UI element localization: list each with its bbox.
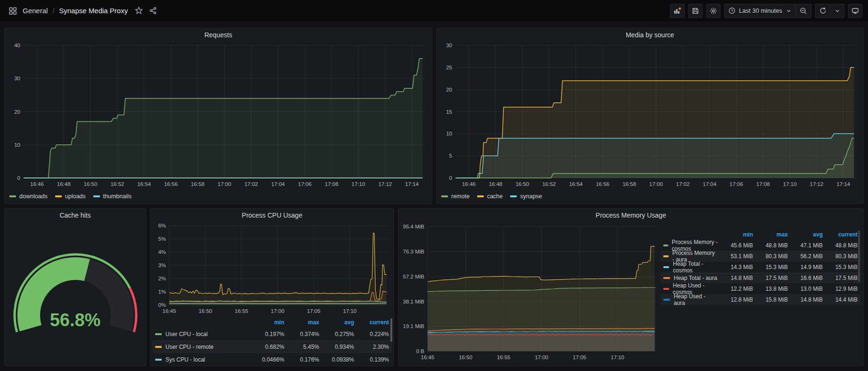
- y-axis-tick-label: 0%: [158, 302, 166, 308]
- series-area-downloads: [24, 59, 422, 178]
- series-toggle-Heap Total - cosmos[interactable]: Heap Total - cosmos: [663, 261, 718, 274]
- legend-value-max: 5.45%: [284, 344, 319, 350]
- series-toggle-Heap Total - aura[interactable]: Heap Total - aura: [663, 275, 718, 281]
- x-axis-tick-label: 17:12: [810, 181, 824, 187]
- legend-value-current: 0.139%: [354, 356, 389, 363]
- legend-value-max: 48.8 MiB: [753, 242, 788, 249]
- panel-process-memory-usage: Process Memory Usage 16:4516:5016:5517:0…: [398, 208, 864, 366]
- x-axis-tick-label: 16:58: [622, 181, 636, 187]
- time-picker-button[interactable]: Last 30 minutes: [725, 4, 795, 17]
- x-axis-tick-label: 17:06: [298, 181, 312, 187]
- legend-value-min: 12.8 MiB: [718, 296, 753, 303]
- legend-column-max[interactable]: max: [753, 231, 788, 238]
- refresh-button[interactable]: [816, 4, 830, 17]
- breadcrumb-folder[interactable]: General: [23, 7, 48, 15]
- breadcrumb-separator: /: [52, 7, 54, 15]
- legend-swatch: [55, 195, 62, 197]
- legend-column-avg[interactable]: avg: [319, 319, 354, 326]
- time-picker-group: Last 30 minutes: [724, 4, 811, 18]
- legend-value-avg: 0.934%: [319, 344, 354, 350]
- star-icon[interactable]: [132, 4, 146, 18]
- requests-chart[interactable]: 16:4616:4816:5016:5216:5416:5616:5817:00…: [5, 42, 432, 190]
- y-axis-tick-label: 2%: [158, 276, 166, 281]
- add-panel-button[interactable]: [670, 4, 685, 18]
- process-memory-chart[interactable]: 16:4516:5016:5517:0017:0517:100 B19.1 Mi…: [398, 222, 661, 363]
- legend-value-max: 13.8 MiB: [753, 286, 788, 292]
- legend-label: synapse: [520, 193, 542, 200]
- share-icon[interactable]: [146, 4, 160, 18]
- legend-value-min: 45.6 MiB: [718, 242, 753, 249]
- legend-value-avg: 47.1 MiB: [788, 242, 823, 249]
- dashboard-settings-button[interactable]: [706, 4, 720, 18]
- legend-table-header: minmaxavgcurrent: [152, 317, 392, 328]
- series-toggle-User CPU - local[interactable]: User CPU - local: [155, 331, 249, 337]
- legend-table-row: Heap Used - aura12.8 MiB15.8 MiB14.8 MiB…: [661, 294, 860, 305]
- legend-column-max[interactable]: max: [284, 319, 319, 326]
- panel-title-requests[interactable]: Requests: [5, 28, 432, 42]
- legend-value-avg: 0.0938%: [319, 356, 354, 363]
- x-axis-tick-label: 17:14: [836, 181, 850, 187]
- panel-title-process-memory-usage[interactable]: Process Memory Usage: [398, 209, 863, 222]
- legend-item-uploads[interactable]: uploads: [55, 193, 86, 200]
- y-axis-tick-label: 3%: [158, 262, 166, 268]
- legend-scrollbar[interactable]: [858, 230, 860, 282]
- x-axis-tick-label: 17:10: [343, 308, 356, 314]
- x-axis-tick-label: 17:04: [271, 181, 285, 187]
- legend-item-synapse[interactable]: synapse: [510, 193, 542, 200]
- legend-item-cache[interactable]: cache: [477, 193, 503, 200]
- y-axis-tick-label: 10: [446, 131, 452, 136]
- legend-label: Sys CPU - local: [165, 356, 205, 363]
- media-by-source-chart[interactable]: 16:4616:4816:5016:5216:5416:5616:5817:00…: [437, 42, 863, 190]
- legend-value-min: 53.1 MiB: [718, 253, 753, 260]
- chevron-down-icon: [786, 8, 792, 14]
- legend-label: Heap Used - aura: [674, 293, 718, 306]
- series-toggle-Sys CPU - local[interactable]: Sys CPU - local: [155, 356, 249, 363]
- x-axis-tick-label: 16:50: [84, 181, 98, 187]
- x-axis-tick-label: 16:55: [497, 354, 511, 360]
- panel-title-media-by-source[interactable]: Media by source: [437, 28, 863, 42]
- process-cpu-chart[interactable]: 16:4516:5016:5517:0017:0517:100%1%2%3%4%…: [150, 222, 394, 316]
- x-axis-tick-label: 16:45: [163, 308, 176, 314]
- tv-icon: [851, 7, 859, 15]
- legend-swatch: [663, 266, 669, 268]
- save-dashboard-button[interactable]: [688, 4, 703, 18]
- legend-value-avg: 16.6 MiB: [788, 275, 823, 281]
- legend-value-max: 0.176%: [284, 356, 319, 363]
- panel-title-cache-hits[interactable]: Cache hits: [5, 209, 146, 222]
- series-line-User CPU - remote: [169, 233, 387, 299]
- legend-column-min[interactable]: min: [249, 319, 284, 326]
- memory-legend-table: minmaxavgcurrentProcess Memory - cosmos4…: [661, 229, 860, 309]
- y-axis-tick-label: 40: [14, 42, 20, 48]
- legend-scrollbar[interactable]: [390, 318, 392, 342]
- x-axis-tick-label: 17:10: [352, 181, 365, 187]
- dashboard-title[interactable]: Synapse Media Proxy: [59, 7, 128, 15]
- dashboard-header: General / Synapse Media Proxy: [0, 0, 868, 21]
- series-toggle-Heap Used - aura[interactable]: Heap Used - aura: [663, 293, 718, 306]
- panel-title-process-cpu-usage[interactable]: Process CPU Usage: [150, 209, 394, 222]
- x-axis-tick-label: 16:46: [30, 181, 44, 187]
- cache-hits-gauge[interactable]: [5, 222, 146, 366]
- panel-requests: Requests 16:4616:4816:5016:5216:5416:561…: [4, 28, 432, 204]
- legend-column-min[interactable]: min: [718, 231, 753, 238]
- zoom-out-button[interactable]: [795, 4, 811, 17]
- series-toggle-User CPU - remote[interactable]: User CPU - remote: [155, 344, 249, 350]
- legend-value-max: 0.374%: [284, 331, 319, 337]
- y-axis-tick-label: 5: [449, 153, 452, 159]
- legend-column-current[interactable]: current: [354, 319, 389, 326]
- cycle-view-mode-button[interactable]: [848, 4, 862, 18]
- legend-value-current: 80.3 MiB: [823, 253, 858, 260]
- legend-value-max: 15.8 MiB: [753, 296, 788, 303]
- legend-item-thumbnails[interactable]: thumbnails: [93, 193, 132, 200]
- apps-grid-icon[interactable]: [6, 4, 20, 18]
- legend-swatch: [155, 346, 162, 348]
- legend-item-downloads[interactable]: downloads: [9, 193, 48, 200]
- legend-swatch: [9, 195, 16, 197]
- legend-item-remote[interactable]: remote: [441, 193, 470, 200]
- legend-value-current: 14.4 MiB: [823, 296, 858, 303]
- x-axis-tick-label: 16:52: [110, 181, 124, 187]
- refresh-interval-button[interactable]: [830, 4, 844, 17]
- x-axis-tick-label: 16:46: [462, 181, 476, 187]
- legend-column-current[interactable]: current: [823, 231, 858, 238]
- legend-column-avg[interactable]: avg: [788, 231, 823, 238]
- legend-swatch: [155, 333, 162, 335]
